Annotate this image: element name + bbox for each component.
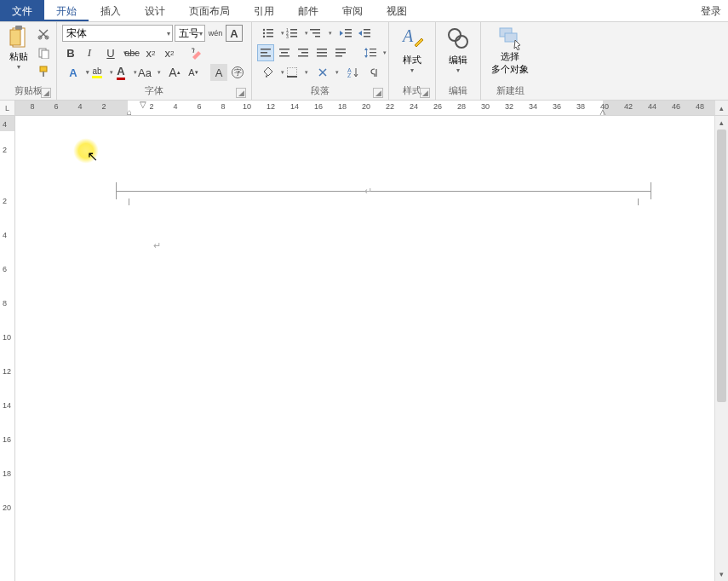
multilevel-button[interactable]: ▾ (305, 25, 327, 42)
subscript-button[interactable]: x2 (142, 44, 159, 61)
borders-button[interactable]: ▾ (281, 64, 303, 81)
tab-view[interactable]: 视图 (375, 0, 419, 21)
font-launcher-icon[interactable]: ◢ (236, 88, 246, 98)
font-size-combo[interactable]: 五号▾ (175, 25, 205, 42)
text-effects-button[interactable]: A▾ (62, 64, 84, 81)
font-group-label: 字体 (145, 85, 163, 95)
paste-label[interactable]: 粘贴 (9, 50, 28, 63)
tab-layout[interactable]: 页面布局 (177, 0, 242, 21)
svg-text:A: A (401, 26, 414, 45)
copy-icon[interactable] (36, 45, 51, 60)
ruler-tick: 2 (3, 146, 7, 154)
select-line2[interactable]: 多个对象 (491, 63, 529, 76)
char-shading-button[interactable]: A (210, 64, 227, 81)
tab-review[interactable]: 审阅 (330, 0, 375, 21)
login-link[interactable]: 登录 (694, 0, 728, 21)
paste-dropdown-icon[interactable]: ▾ (17, 63, 20, 71)
svg-rect-21 (310, 29, 320, 31)
svg-rect-8 (43, 72, 44, 77)
numbering-button[interactable]: 123▾ (281, 25, 303, 42)
ruler-tick: 8 (30, 102, 34, 111)
paragraph-label: 段落 (311, 85, 330, 95)
ruler-row: L ▽ ⌂ △ 86422468101214161820222426283032… (0, 101, 728, 116)
hanging-indent-icon[interactable]: ⌂ (127, 107, 132, 115)
horizontal-ruler[interactable]: ▽ ⌂ △ 8642246810121416182022242628303234… (15, 101, 714, 115)
grow-font-button[interactable]: A▴ (166, 64, 183, 81)
styles-launcher-icon[interactable]: ◢ (420, 88, 430, 98)
scroll-thumb[interactable] (717, 129, 726, 402)
shrink-font-button[interactable]: A▾ (185, 64, 202, 81)
line-spacing-button[interactable]: ▾ (359, 44, 381, 61)
highlight-button[interactable]: ab▾ (86, 64, 108, 81)
vertical-scrollbar[interactable]: ▴ ▾ (714, 116, 728, 581)
bullets-button[interactable]: ▾ (257, 25, 279, 42)
italic-button[interactable]: I (81, 44, 98, 61)
select-line1[interactable]: 选择 (501, 50, 519, 63)
find-icon[interactable] (446, 25, 470, 54)
paragraph-launcher-icon[interactable]: ◢ (373, 88, 383, 98)
svg-rect-42 (335, 49, 346, 50)
paragraph-mark-icon: ↵ (364, 186, 372, 197)
paste-icon[interactable] (7, 25, 31, 50)
font-color-button[interactable]: A▾ (110, 64, 132, 81)
decrease-indent-button[interactable] (337, 25, 354, 42)
cursor-highlight (73, 138, 99, 164)
svg-rect-36 (298, 49, 308, 50)
svg-rect-50 (287, 76, 297, 78)
svg-rect-16 (290, 29, 297, 31)
edit-dropdown-icon[interactable]: ▾ (456, 66, 460, 74)
ruler-corner[interactable]: L (0, 101, 15, 115)
scroll-down-icon[interactable]: ▾ (715, 567, 728, 581)
document-canvas[interactable]: ↖ ↵ ↵ (15, 116, 728, 581)
styles-dropdown-icon[interactable]: ▾ (410, 66, 414, 74)
styles-label-btn[interactable]: 样式 (403, 54, 421, 66)
styles-icon[interactable]: A (399, 25, 425, 54)
tab-references[interactable]: 引用 (242, 0, 286, 21)
ruler-tick: 8 (3, 299, 7, 308)
distribute-button[interactable] (332, 44, 349, 61)
svg-rect-47 (370, 52, 376, 53)
asian-layout-button[interactable]: ▾ (312, 64, 334, 81)
justify-button[interactable] (313, 44, 330, 61)
change-case-button[interactable]: Aa▾ (134, 64, 156, 81)
page-margin-line (116, 191, 651, 192)
superscript-button[interactable]: x2 (161, 44, 178, 61)
svg-rect-1 (15, 26, 22, 30)
bold-button[interactable]: B (62, 44, 79, 61)
scroll-up-icon[interactable]: ▴ (715, 116, 728, 129)
ruler-tick: 26 (433, 102, 442, 111)
clear-format-icon[interactable] (188, 44, 205, 61)
align-center-button[interactable] (276, 44, 293, 61)
first-line-indent-icon[interactable]: ▽ (140, 101, 146, 109)
enclose-char-button[interactable]: 字 (229, 64, 246, 81)
show-marks-button[interactable] (366, 64, 383, 81)
char-border-icon[interactable]: A (226, 25, 243, 42)
clipboard-launcher-icon[interactable]: ◢ (41, 88, 51, 98)
strikethrough-button[interactable]: abc (123, 44, 140, 61)
tab-home[interactable]: 开始 (44, 0, 89, 21)
cut-icon[interactable] (36, 26, 51, 42)
tab-insert[interactable]: 插入 (89, 0, 133, 21)
align-left-button[interactable] (257, 44, 274, 61)
edit-label-btn[interactable]: 编辑 (449, 54, 467, 66)
ruler-tick: 28 (457, 102, 466, 111)
svg-rect-31 (261, 52, 267, 54)
sort-button[interactable]: AZ (342, 64, 364, 81)
ruler-toggle-icon[interactable]: ▴ (714, 101, 728, 115)
ruler-tick: 20 (362, 102, 370, 111)
increase-indent-button[interactable] (356, 25, 373, 42)
page-margin-marker (638, 198, 639, 205)
phonetic-guide-icon[interactable]: wén (207, 25, 224, 42)
underline-button[interactable]: U▾ (100, 44, 122, 61)
format-painter-icon[interactable] (36, 64, 51, 79)
align-right-button[interactable] (295, 44, 312, 61)
vertical-ruler[interactable]: 422468101214161820 (0, 116, 15, 581)
tab-design[interactable]: 设计 (133, 0, 177, 21)
ruler-tick: 2 (101, 102, 106, 111)
ruler-tick: 6 (3, 265, 7, 273)
tab-mail[interactable]: 邮件 (286, 0, 330, 21)
shading-button[interactable]: ▾ (257, 64, 279, 81)
font-name-combo[interactable]: 宋体▾ (62, 25, 173, 42)
tab-file[interactable]: 文件 (0, 0, 44, 21)
select-objects-icon[interactable] (496, 25, 524, 50)
